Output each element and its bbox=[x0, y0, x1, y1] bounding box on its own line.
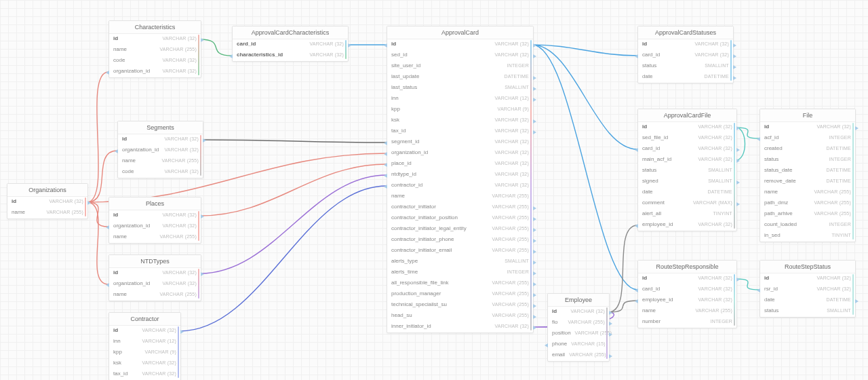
column-type: VARCHAR (255) bbox=[695, 308, 732, 313]
port-icon bbox=[736, 202, 740, 206]
port-icon bbox=[533, 239, 536, 243]
column-type: VARCHAR (9) bbox=[145, 349, 176, 354]
column-row: statusSMALLINT bbox=[638, 61, 733, 72]
entity-Segments[interactable]: SegmentsidVARCHAR (32)organization_idVAR… bbox=[117, 121, 203, 178]
column-type: VARCHAR (32) bbox=[698, 276, 732, 280]
column-row: remove_dateDATETIME bbox=[760, 176, 855, 187]
column-name: id bbox=[764, 275, 769, 281]
column-row: alerts_typeSMALLINT bbox=[387, 256, 533, 267]
column-row: contractor_initiatorVARCHAR (255) bbox=[387, 202, 533, 213]
column-type: VARCHAR (255) bbox=[568, 320, 605, 324]
column-name: acf_id bbox=[764, 134, 778, 140]
column-type: VARCHAR (32) bbox=[164, 169, 199, 174]
column-name: organization_id bbox=[391, 149, 428, 155]
column-row: idVARCHAR (32) bbox=[387, 39, 533, 50]
entity-ApprovalCardStatuses[interactable]: ApprovalCardStatusesidVARCHAR (32)card_i… bbox=[637, 26, 734, 83]
relationship-link bbox=[180, 186, 387, 331]
port-icon bbox=[533, 282, 536, 286]
column-row: idVARCHAR (32) bbox=[548, 307, 609, 318]
port-icon bbox=[533, 271, 536, 276]
column-type: VARCHAR (32) bbox=[164, 136, 199, 141]
entity-Places[interactable]: PlacesidVARCHAR (32)organization_idVARCH… bbox=[108, 197, 201, 244]
entity-ApprovalCard[interactable]: ApprovalCardidVARCHAR (32)sed_idVARCHAR … bbox=[387, 26, 534, 333]
column-name: email bbox=[552, 352, 565, 358]
column-type: VARCHAR (12) bbox=[494, 96, 529, 100]
entity-File[interactable]: FileidVARCHAR (32)acf_idINTEGERcreatedDA… bbox=[760, 109, 856, 242]
column-name: card_id bbox=[642, 286, 660, 292]
entity-RouteStepStatus[interactable]: RouteStepStatusidVARCHAR (32)rsr_idVARCH… bbox=[760, 260, 856, 318]
column-name: id bbox=[642, 275, 647, 281]
port-icon bbox=[384, 163, 387, 167]
column-type: VARCHAR (32) bbox=[494, 161, 529, 166]
column-row: production_managerVARCHAR (255) bbox=[387, 289, 533, 300]
column-row: last_updateDATETIME bbox=[387, 72, 533, 83]
column-name: characteristics_id bbox=[237, 52, 283, 58]
column-row: idVARCHAR (32) bbox=[638, 122, 736, 133]
column-type: VARCHAR (255) bbox=[492, 291, 529, 296]
column-row: rsr_idVARCHAR (32) bbox=[760, 284, 855, 295]
column-type: VARCHAR (32) bbox=[494, 324, 529, 328]
port-icon bbox=[106, 71, 109, 75]
column-row: phoneVARCHAR (15) bbox=[548, 339, 609, 350]
column-name: main_acf_id bbox=[642, 156, 671, 162]
column-name: alerts_type bbox=[391, 258, 418, 264]
column-row: status_dateDATETIME bbox=[760, 166, 855, 176]
column-type: INTEGER bbox=[507, 63, 529, 68]
port-icon bbox=[733, 43, 736, 48]
column-row: card_idVARCHAR (32) bbox=[638, 284, 736, 295]
column-type: VARCHAR (255) bbox=[569, 352, 606, 357]
port-icon bbox=[106, 283, 109, 287]
entity-Organizations[interactable]: OrganizationsidVARCHAR (32)nameVARCHAR (… bbox=[7, 183, 88, 219]
port-icon bbox=[733, 76, 736, 80]
port-icon bbox=[384, 43, 387, 48]
column-row: positionVARCHAR (255) bbox=[548, 328, 609, 339]
column-name: card_id bbox=[237, 41, 256, 47]
column-row: organization_idVARCHAR (32) bbox=[118, 145, 203, 156]
column-name: name bbox=[642, 307, 656, 314]
column-name: place_id bbox=[391, 160, 412, 166]
column-row: idVARCHAR (32) bbox=[638, 39, 733, 50]
column-row: signedSMALLINT bbox=[638, 176, 736, 187]
entity-Characteristics[interactable]: CharacteristicsidVARCHAR (32)nameVARCHAR… bbox=[108, 20, 201, 78]
column-type: VARCHAR (255) bbox=[492, 226, 529, 231]
entity-Contractor[interactable]: ContractoridVARCHAR (32)innVARCHAR (12)k… bbox=[108, 312, 181, 380]
column-name: technical_specialist_su bbox=[391, 301, 447, 307]
entity-title: ApprovalCardFile bbox=[638, 109, 736, 122]
column-name: sed_id bbox=[391, 52, 408, 58]
port-icon bbox=[533, 130, 536, 134]
column-type: VARCHAR (32) bbox=[816, 286, 851, 291]
column-row: codeVARCHAR (32) bbox=[118, 167, 203, 178]
accent-stripe bbox=[198, 269, 199, 299]
port-icon bbox=[115, 149, 118, 153]
column-type: VARCHAR (32) bbox=[698, 297, 732, 302]
entity-ApprovalCardCharacteristics[interactable]: ApprovalCardCharacteristicscard_idVARCHA… bbox=[232, 26, 349, 62]
port-icon bbox=[533, 261, 536, 265]
port-icon bbox=[533, 98, 536, 102]
entity-RouteStepResponsible[interactable]: RouteStepResponsibleidVARCHAR (32)card_i… bbox=[637, 260, 737, 328]
port-icon bbox=[203, 138, 206, 142]
column-type: INTEGER bbox=[507, 269, 529, 274]
column-type: VARCHAR (32) bbox=[816, 276, 851, 280]
column-row: organization_idVARCHAR (32) bbox=[387, 148, 533, 159]
column-row: nameVARCHAR (255) bbox=[638, 306, 736, 317]
column-name: kpp bbox=[391, 106, 400, 112]
entity-title: ApprovalCardStatuses bbox=[638, 26, 733, 39]
column-type: VARCHAR (255) bbox=[159, 234, 197, 239]
entity-title: Segments bbox=[118, 121, 203, 134]
column-name: last_status bbox=[391, 84, 417, 90]
entity-ApprovalCardFile[interactable]: ApprovalCardFileidVARCHAR (32)sed_file_i… bbox=[637, 109, 737, 231]
column-name: inn bbox=[113, 338, 121, 344]
column-row: idVARCHAR (32) bbox=[109, 268, 201, 279]
erd-canvas[interactable]: OrganizationsidVARCHAR (32)nameVARCHAR (… bbox=[0, 0, 868, 380]
column-type: DATETIME bbox=[827, 297, 851, 302]
column-row: contractor_initiator_phoneVARCHAR (255) bbox=[387, 235, 533, 246]
column-row: statusSMALLINT bbox=[760, 306, 855, 317]
column-type: SMALLINT bbox=[505, 85, 529, 90]
entity-NTDTypes[interactable]: NTDTypesidVARCHAR (32)organization_idVAR… bbox=[108, 254, 201, 301]
port-icon bbox=[736, 126, 740, 130]
column-name: tax_id bbox=[391, 128, 406, 134]
column-name: date bbox=[764, 297, 775, 303]
column-name: inner_initiator_id bbox=[391, 323, 431, 329]
entity-Employee[interactable]: EmployeeidVARCHAR (32)fioVARCHAR (255)po… bbox=[547, 293, 610, 362]
accent-stripe bbox=[730, 40, 732, 81]
